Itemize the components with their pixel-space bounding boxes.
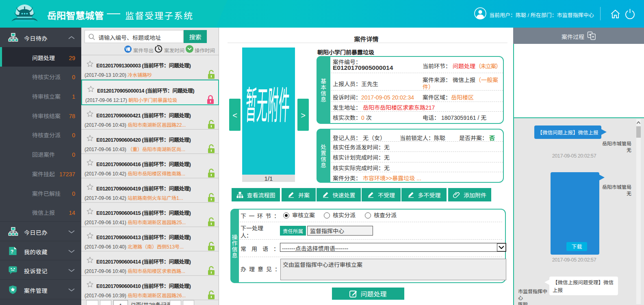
svg-text:?: ? — [11, 249, 13, 255]
svg-text:W: W — [126, 47, 130, 52]
